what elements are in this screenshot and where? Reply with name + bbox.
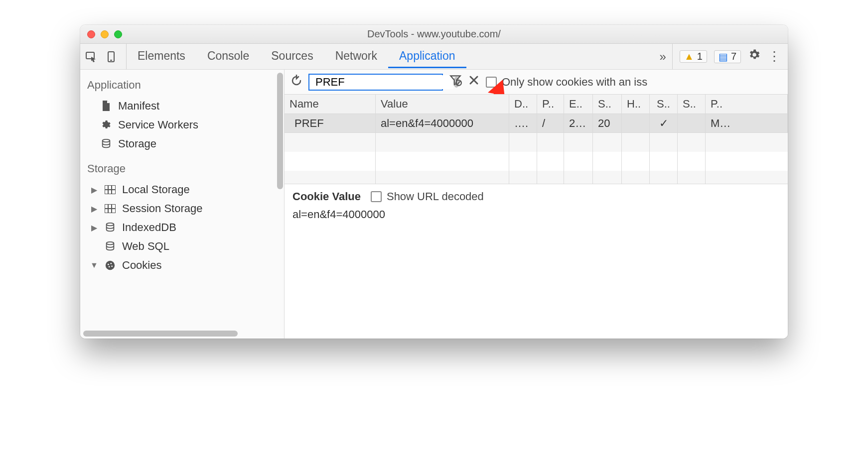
checkbox-icon[interactable] — [486, 77, 497, 88]
cell-path: / — [537, 114, 564, 133]
svg-line-21 — [457, 81, 460, 85]
checkbox-icon[interactable] — [371, 191, 382, 202]
more-tabs-button[interactable]: » — [654, 44, 673, 69]
svg-point-19 — [111, 265, 113, 267]
clear-filtered-button[interactable] — [449, 74, 462, 90]
sidebar-item-label: Service Workers — [118, 118, 198, 131]
warnings-count: 1 — [697, 51, 703, 62]
sidebar-item-label: Cookies — [122, 259, 161, 272]
tab-console[interactable]: Console — [196, 44, 260, 69]
cookie-value-text: al=en&f4=4000000 — [292, 208, 780, 221]
cell-value: al=en&f4=4000000 — [376, 114, 509, 133]
cell-httponly — [622, 114, 650, 133]
tab-network[interactable]: Network — [324, 44, 388, 69]
messages-count: 7 — [731, 51, 736, 62]
table-row[interactable]: PREF al=en&f4=4000000 …. / 2… 20 ✓ M… — [285, 114, 788, 133]
cell-name: PREF — [285, 114, 376, 133]
cookie-icon — [104, 259, 116, 271]
svg-point-14 — [107, 242, 114, 245]
cookie-filter-text[interactable] — [314, 75, 453, 89]
sidebar-item-label: Session Storage — [122, 202, 202, 215]
cell-domain: …. — [509, 114, 537, 133]
devtools-window: DevTools - www.youtube.com/ Elements Con… — [80, 25, 788, 339]
window-title: DevTools - www.youtube.com/ — [80, 28, 788, 40]
col-priority[interactable]: P.. — [706, 95, 788, 114]
sidebar-item-label: Storage — [118, 137, 156, 150]
devtools-toolbar: Elements Console Sources Network Applica… — [80, 44, 788, 70]
col-name[interactable]: Name — [285, 95, 376, 114]
sidebar-item-label: Manifest — [118, 100, 159, 113]
col-value[interactable]: Value — [376, 95, 509, 114]
sidebar-item-session-storage[interactable]: ▶ Session Storage — [80, 199, 284, 218]
svg-point-18 — [109, 266, 110, 267]
only-show-label: Only show cookies with an iss — [502, 76, 647, 89]
sidebar-item-label: Local Storage — [122, 183, 190, 196]
svg-point-13 — [107, 223, 114, 226]
cell-expires: 2… — [564, 114, 593, 133]
sidebar-scrollbar[interactable] — [277, 73, 283, 189]
titlebar: DevTools - www.youtube.com/ — [80, 25, 788, 44]
settings-button[interactable] — [748, 48, 761, 65]
cell-samesite — [678, 114, 706, 133]
cookie-value-label: Cookie Value — [292, 190, 361, 203]
col-httponly[interactable]: H.. — [622, 95, 650, 114]
grid-icon — [104, 203, 116, 215]
device-mode-icon[interactable] — [106, 51, 118, 63]
url-decode-toggle[interactable]: Show URL decoded — [371, 190, 484, 203]
tab-elements[interactable]: Elements — [127, 44, 196, 69]
grid-icon — [104, 184, 116, 196]
inspect-element-icon[interactable] — [85, 51, 97, 63]
manifest-icon — [100, 100, 112, 112]
kebab-menu-button[interactable]: ⋮ — [768, 49, 781, 64]
cell-priority: M… — [706, 114, 788, 133]
warnings-badge[interactable]: ▲ 1 — [680, 50, 707, 63]
devtools-tabs: Elements Console Sources Network Applica… — [127, 44, 654, 69]
sidebar-item-websql[interactable]: Web SQL — [80, 237, 284, 256]
cookies-toolbar: ✕ Only show coo — [285, 70, 788, 95]
svg-point-16 — [108, 264, 109, 265]
cell-size: 20 — [593, 114, 622, 133]
storage-icon — [104, 240, 116, 252]
storage-icon — [100, 138, 112, 150]
svg-point-15 — [106, 261, 115, 270]
table-header: Name Value D.. P.. E.. S.. H.. S.. S.. P… — [285, 95, 788, 114]
storage-icon — [104, 222, 116, 233]
delete-cookie-button[interactable] — [468, 74, 480, 90]
sidebar-item-service-workers[interactable]: Service Workers — [80, 115, 284, 134]
group-storage-label: Storage — [87, 162, 277, 175]
col-domain[interactable]: D.. — [509, 95, 537, 114]
panel-body: Application Manifest Service Workers — [80, 70, 788, 339]
disclosure-icon: ▶ — [90, 185, 98, 195]
gear-icon — [100, 119, 112, 131]
col-size[interactable]: S.. — [593, 95, 622, 114]
sidebar-h-scrollbar[interactable] — [83, 331, 238, 337]
refresh-button[interactable] — [290, 75, 302, 90]
col-secure[interactable]: S.. — [650, 95, 678, 114]
cookies-panel: ✕ Only show coo — [285, 70, 788, 339]
col-expires[interactable]: E.. — [564, 95, 593, 114]
svg-point-4 — [103, 139, 110, 142]
col-samesite[interactable]: S.. — [678, 95, 706, 114]
cookie-detail: Cookie Value Show URL decoded al=en&f4=4… — [285, 184, 788, 227]
sidebar: Application Manifest Service Workers — [80, 70, 285, 339]
warning-icon: ▲ — [684, 51, 694, 62]
tab-sources[interactable]: Sources — [260, 44, 324, 69]
col-path[interactable]: P.. — [537, 95, 564, 114]
tab-application[interactable]: Application — [388, 44, 466, 69]
messages-badge[interactable]: ▤ 7 — [714, 50, 741, 63]
sidebar-item-cookies[interactable]: ▼ Cookies — [80, 256, 284, 275]
only-show-issues-toggle[interactable]: Only show cookies with an iss — [486, 76, 647, 89]
message-icon: ▤ — [719, 51, 728, 63]
svg-point-17 — [110, 263, 112, 264]
sidebar-item-manifest[interactable]: Manifest — [80, 97, 284, 115]
group-application-label: Application — [87, 79, 277, 92]
sidebar-item-storage[interactable]: Storage — [80, 134, 284, 153]
table-body: PREF al=en&f4=4000000 …. / 2… 20 ✓ M… — [285, 114, 788, 184]
disclosure-icon: ▶ — [90, 223, 98, 232]
sidebar-item-label: Web SQL — [122, 240, 169, 253]
cell-secure: ✓ — [650, 114, 678, 133]
sidebar-item-indexeddb[interactable]: ▶ IndexedDB — [80, 218, 284, 237]
sidebar-item-local-storage[interactable]: ▶ Local Storage — [80, 180, 284, 199]
cookie-filter-input[interactable]: ✕ — [308, 74, 443, 91]
sidebar-item-label: IndexedDB — [122, 221, 176, 234]
